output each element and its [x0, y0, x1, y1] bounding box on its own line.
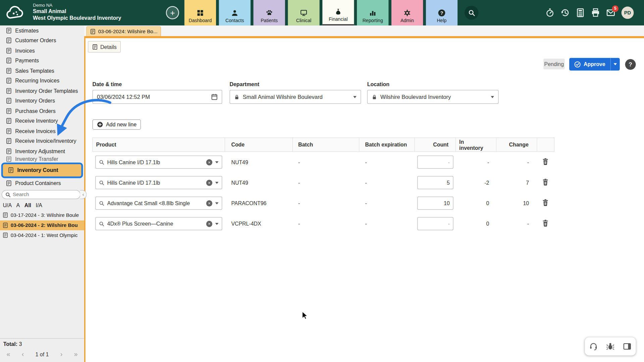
- sidebar-item-product-containers[interactable]: Product Containers: [0, 178, 84, 188]
- clear-icon[interactable]: ×: [206, 221, 212, 227]
- sidebar-item-inventory-transfer[interactable]: Inventory Transfer: [0, 156, 84, 162]
- tab-label: Clinical: [296, 18, 311, 23]
- approve-button[interactable]: Approve: [569, 58, 610, 71]
- count-input[interactable]: [417, 156, 453, 169]
- search-input[interactable]: [13, 192, 77, 197]
- sidebar-item-inventory-order-templates[interactable]: Inventory Order Templates: [0, 86, 84, 96]
- financial-icon: [335, 8, 342, 15]
- sidebar-item-sales-templates[interactable]: Sales Templates: [0, 66, 84, 76]
- chevron-down-icon[interactable]: [215, 182, 219, 184]
- count-input[interactable]: [417, 217, 453, 230]
- filter-all[interactable]: All: [24, 202, 31, 208]
- mail-icon[interactable]: 5: [606, 8, 615, 17]
- count-input[interactable]: [417, 176, 453, 189]
- side-panel-icon[interactable]: [619, 338, 635, 356]
- tab-financial[interactable]: Financial: [322, 0, 354, 25]
- clear-icon[interactable]: ×: [206, 200, 212, 206]
- sidebar-item-label: Receive Inventory: [15, 118, 58, 124]
- global-search-button[interactable]: [465, 6, 479, 20]
- department-select[interactable]: Small Animal Wilshire Boulevard: [229, 90, 361, 104]
- sidebar-item-label: Inventory Order Templates: [15, 88, 78, 94]
- record-item[interactable]: 03-17-2024 - 3: Wilshire Boule: [0, 210, 84, 220]
- sidebar-item-recurring-invoices[interactable]: Recurring Invoices: [0, 76, 84, 86]
- count-input[interactable]: [417, 197, 453, 210]
- tab-label: Financial: [329, 17, 347, 22]
- prev-page-button[interactable]: ‹: [22, 351, 24, 358]
- bug-report-icon[interactable]: [602, 338, 619, 356]
- datetime-input[interactable]: [97, 94, 208, 100]
- quick-add-button[interactable]: +: [166, 6, 179, 19]
- sidebar-item-receive-invoices[interactable]: Receive Invoices: [0, 126, 84, 136]
- tab-clinical[interactable]: Clinical: [288, 0, 319, 25]
- org-location: West Olympic Boulevard Inventory: [33, 15, 121, 21]
- primary-nav: Dashboard Contacts Patients Clinical Fin…: [184, 0, 458, 25]
- filter-ua[interactable]: U/A: [3, 202, 12, 208]
- trash-icon[interactable]: [542, 158, 549, 165]
- tab-reporting[interactable]: Reporting: [357, 0, 388, 25]
- product-combobox[interactable]: Hills Canine I/D 17.1lb ×: [95, 156, 222, 169]
- org-block: Demo NA Small Animal West Olympic Boulev…: [33, 2, 121, 21]
- tab-patients[interactable]: Patients: [254, 0, 285, 25]
- pagination: « ‹ 1 of 1 › »: [0, 351, 84, 362]
- next-page-button[interactable]: ›: [60, 351, 63, 358]
- filter-ia[interactable]: I/A: [36, 202, 42, 208]
- filter-a[interactable]: A: [16, 202, 20, 208]
- sidebar-item-payments[interactable]: Payments: [0, 56, 84, 66]
- sidebar-item-inventory-adjustment[interactable]: Inventory Adjustment: [0, 146, 84, 156]
- sidebar-item-inventory-count[interactable]: Inventory Count: [1, 162, 83, 178]
- product-name: Hills Canine I/D 17.1lb: [107, 159, 204, 165]
- sidebar-item-purchase-orders[interactable]: Purchase Orders: [0, 106, 84, 116]
- column-header-batch-expiration: Batch expiration: [359, 137, 415, 152]
- calendar-icon[interactable]: [211, 94, 218, 100]
- product-combobox[interactable]: 4Dx® Plus Screen—Canine ×: [95, 217, 222, 230]
- sidebar-item-label: Inventory Adjustment: [15, 148, 65, 154]
- help-circle-button[interactable]: ?: [625, 59, 636, 70]
- clear-icon[interactable]: ×: [206, 159, 212, 165]
- product-combobox[interactable]: Advantage Cat Small <8.8lb Single ×: [95, 197, 222, 210]
- record-item[interactable]: 03-04-2024 - 1: West Olympic: [0, 230, 84, 240]
- plus-circle-icon: [97, 121, 103, 127]
- sidebar-item-receive-inventory[interactable]: Receive Inventory: [0, 116, 84, 126]
- sidebar-item-inventory-orders[interactable]: Inventory Orders: [0, 96, 84, 106]
- history-icon[interactable]: [560, 8, 570, 17]
- tab-contacts[interactable]: Contacts: [219, 0, 251, 25]
- sidebar-item-estimates[interactable]: Estimates: [0, 25, 84, 36]
- avatar[interactable]: PD: [622, 7, 634, 19]
- sidebar-item-receive-invoice-inventory[interactable]: Receive Invoice/Inventory: [0, 136, 84, 146]
- document-icon: [6, 108, 12, 114]
- sidebar-item-customer-orders[interactable]: Customer Orders: [0, 36, 84, 46]
- record-filter-tabs: U/A A All I/A: [0, 199, 84, 210]
- product-combobox[interactable]: Hills Canine I/D 17.1lb ×: [95, 176, 222, 189]
- record-item-selected[interactable]: 03-06-2024 - 2: Wilshire Bou: [0, 220, 84, 230]
- print-icon[interactable]: [591, 8, 600, 17]
- chevron-down-icon[interactable]: [215, 161, 219, 163]
- support-agent-icon[interactable]: [585, 338, 602, 356]
- timer-icon[interactable]: [545, 8, 554, 17]
- field-label: Department: [229, 81, 361, 87]
- sidebar-item-invoices[interactable]: Invoices: [0, 46, 84, 56]
- chevron-down-icon[interactable]: [215, 202, 219, 204]
- change-cell: 7: [496, 180, 537, 186]
- record-label: 03-17-2024 - 3: Wilshire Boule: [11, 212, 79, 218]
- column-header-actions: [537, 137, 554, 152]
- tab-help[interactable]: ? Help: [426, 0, 458, 25]
- document-tab[interactable]: 03-06-2024: Wilshire Bo...: [86, 26, 161, 36]
- lock-icon: [234, 94, 239, 100]
- clear-icon[interactable]: ×: [206, 180, 212, 186]
- tab-dashboard[interactable]: Dashboard: [184, 0, 216, 25]
- document-tab-strip: 03-06-2024: Wilshire Bo...: [84, 25, 644, 36]
- last-page-button[interactable]: »: [74, 351, 78, 358]
- chevron-down-icon[interactable]: [215, 223, 219, 225]
- trash-icon[interactable]: [542, 199, 549, 206]
- top-icon-group: 5 PD: [545, 0, 634, 25]
- batch-expiration-cell: -: [359, 159, 415, 165]
- approve-dropdown-button[interactable]: [610, 58, 620, 71]
- tab-admin[interactable]: Admin: [391, 0, 423, 25]
- location-select[interactable]: Wilshire Boulevard Inventory: [367, 90, 499, 104]
- trash-icon[interactable]: [542, 219, 549, 227]
- tab-details[interactable]: Details: [88, 41, 121, 52]
- trash-icon[interactable]: [542, 178, 549, 186]
- first-page-button[interactable]: «: [7, 351, 10, 358]
- add-new-line-button[interactable]: Add new line: [93, 119, 141, 130]
- calculator-icon[interactable]: [576, 8, 585, 17]
